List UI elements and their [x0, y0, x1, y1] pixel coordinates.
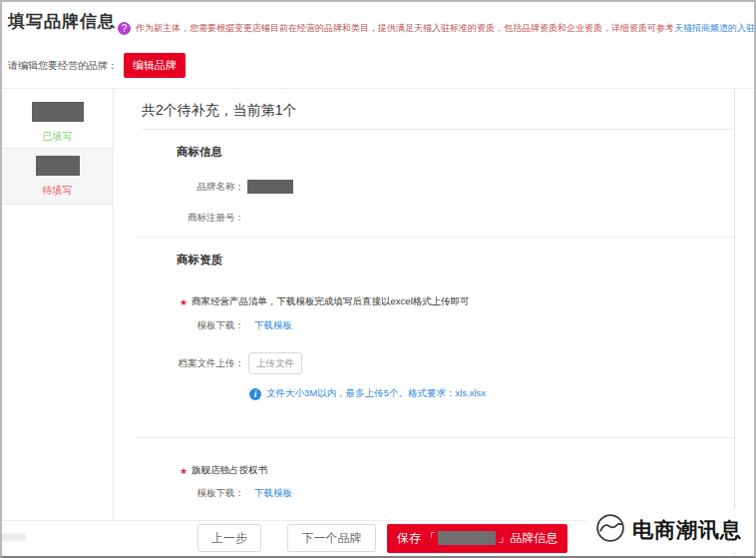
sidebar-brand-item-pending[interactable]: 待填写: [2, 149, 113, 205]
edit-brand-row: 请编辑您要经营的品牌： 编辑品牌: [8, 53, 754, 78]
notice-text: 作为新主体，您需要根据变更店铺目前在经营的品牌和类目，提供满足天猫入驻标准的资质…: [136, 22, 754, 35]
trademark-qualification-title: 商标资质: [177, 253, 734, 268]
template-download-label: 模板下载：: [142, 319, 244, 332]
required-star-icon: ★: [180, 466, 188, 476]
redacted-brand-name-in-save: [438, 531, 496, 545]
sidebar-brand-item-filled[interactable]: 已填写: [2, 89, 113, 149]
authorization-title-row: ★ 旗舰店独占授权书: [180, 464, 734, 477]
save-brand-info-button[interactable]: 保存 「」品牌信息: [387, 524, 567, 553]
authorization-template-row: 模板下载： 下载模板: [142, 487, 734, 500]
content-row: 已填写 待填写 共2个待补充，当前第1个 商标信息 品牌名称： 商标注册号：: [2, 89, 734, 520]
site-watermark: 电商潮讯息: [586, 509, 750, 551]
file-upload-label: 档案文件上传：: [142, 357, 244, 370]
title-row: 填写品牌信息 ? 作为新主体，您需要根据变更店铺目前在经营的品牌和类目，提供满足…: [8, 10, 754, 35]
upload-hint-row: i 文件大小3M以内，最多上传5个。格式要求：xls.xlsx: [249, 387, 734, 400]
wave-logo-icon: [594, 512, 626, 548]
redacted-brand-name: [36, 156, 80, 176]
edit-brand-button[interactable]: 编辑品牌: [124, 53, 186, 78]
reg-number-label: 商标注册号：: [142, 212, 244, 225]
template-download-row: 模板下载： 下载模板: [142, 319, 734, 332]
brand-form-main: 共2个待补充，当前第1个 商标信息 品牌名称： 商标注册号： 商标资质 ★ 商家…: [114, 89, 734, 520]
trademark-info-title: 商标信息: [177, 145, 734, 160]
product-list-requirement-row: ★ 商家经营产品清单，下载模板完成填写后直接以excel格式上传即可: [180, 295, 734, 308]
brand-status-pending: 待填写: [2, 184, 113, 198]
file-upload-row: 档案文件上传： 上传文件: [142, 352, 734, 374]
section-divider: [135, 437, 734, 438]
redacted-brand-name: [32, 102, 84, 122]
notice-requirements-link[interactable]: 天猫招商频道的入驻要求: [674, 23, 754, 33]
brand-name-row: 品牌名称：: [142, 180, 734, 194]
save-label-prefix: 保存 「: [397, 530, 436, 547]
body-wrap: 已填写 待填写 共2个待补充，当前第1个 商标信息 品牌名称： 商标注册号：: [2, 89, 735, 555]
brand-sidebar: 已填写 待填写: [2, 89, 114, 520]
brand-info-page: 填写品牌信息 ? 作为新主体，您需要根据变更店铺目前在经营的品牌和类目，提供满足…: [0, 0, 756, 558]
watermark-text: 电商潮讯息: [632, 516, 742, 544]
section-divider: [135, 237, 734, 238]
authorization-title: 旗舰店独占授权书: [191, 464, 267, 477]
reg-number-row: 商标注册号：: [142, 212, 734, 225]
notice-prefix: 作为新主体，您需要根据变更店铺目前在经营的品牌和类目，提供满足天猫入驻标准的资质…: [136, 23, 674, 33]
page-header: 填写品牌信息 ? 作为新主体，您需要根据变更店铺目前在经营的品牌和类目，提供满足…: [2, 2, 754, 89]
template-download-label: 模板下载：: [142, 487, 244, 500]
product-list-text: 商家经营产品清单，下载模板完成填写后直接以excel格式上传即可: [191, 295, 470, 308]
next-brand-button[interactable]: 下一个品牌: [287, 524, 376, 552]
brand-name-label: 品牌名称：: [142, 181, 244, 194]
upload-hint-text: 文件大小3M以内，最多上传5个。格式要求：xls.xlsx: [266, 387, 486, 400]
page-title: 填写品牌信息: [8, 10, 116, 33]
save-label-suffix: 」品牌信息: [498, 530, 558, 547]
previous-step-button[interactable]: 上一步: [197, 524, 261, 552]
upload-file-button[interactable]: 上传文件: [248, 352, 302, 374]
template-download-link[interactable]: 下载模板: [254, 319, 292, 332]
required-star-icon: ★: [180, 297, 188, 307]
redacted-brand-name-value: [247, 180, 293, 194]
edit-brand-label: 请编辑您要经营的品牌：: [8, 59, 118, 73]
faded-watermark-artifact: [0, 533, 26, 541]
pending-counter: 共2个待补充，当前第1个: [142, 89, 734, 130]
brand-status-filled: 已填写: [2, 130, 113, 144]
info-icon: i: [249, 388, 261, 400]
help-icon[interactable]: ?: [118, 22, 131, 35]
authorization-template-link[interactable]: 下载模板: [254, 487, 292, 500]
